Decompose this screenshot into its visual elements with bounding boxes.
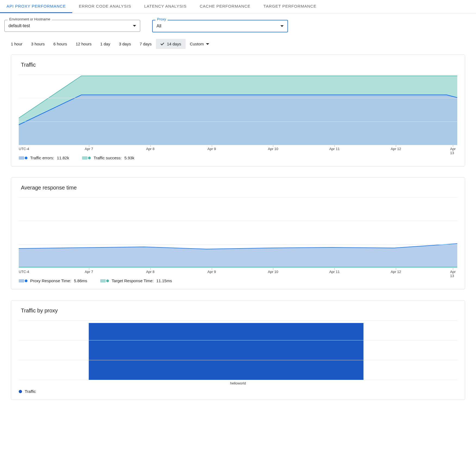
- x-tick: Apr 10: [268, 270, 278, 274]
- bar-x-label: helloworld: [11, 381, 465, 385]
- x-tick: Apr 11: [329, 270, 340, 274]
- legend-swatch-icon: [82, 156, 91, 160]
- x-tick: Apr 9: [208, 147, 216, 151]
- traffic-chart: [19, 74, 457, 145]
- response-card-title: Average response time: [11, 185, 465, 197]
- env-select-wrap: Environment or Hostname default-test: [4, 20, 140, 32]
- legend-swatch-icon: [100, 279, 109, 282]
- x-tick: Apr 7: [85, 270, 93, 274]
- x-tick: Apr 10: [268, 147, 278, 151]
- proxy-select[interactable]: All: [152, 20, 288, 32]
- x-tick: Apr 7: [85, 147, 93, 151]
- check-icon: [160, 42, 165, 46]
- legend-traffic[interactable]: Traffic: [19, 389, 36, 394]
- tabs-container: API PROXY PERFORMANCE ERROR CODE ANALYSI…: [0, 0, 476, 13]
- x-tick: Apr 9: [208, 270, 216, 274]
- bar-card-title: Traffic by proxy: [11, 308, 465, 320]
- traffic-card-title: Traffic: [11, 62, 465, 74]
- legend-target-response[interactable]: Target Response Time: 11.15ms: [100, 278, 172, 283]
- bar-card: Traffic by proxy helloworld Traffic: [11, 300, 465, 400]
- tab-cache-performance[interactable]: CACHE PERFORMANCE: [193, 0, 257, 13]
- chevron-down-icon: [133, 25, 136, 27]
- response-legend: Proxy Response Time: 5.86ms Target Respo…: [11, 275, 465, 284]
- bar-legend: Traffic: [11, 385, 465, 395]
- proxy-select-value: All: [156, 24, 161, 29]
- legend-label: Proxy Response Time:: [30, 278, 71, 283]
- time-range-3days[interactable]: 3 days: [115, 39, 135, 49]
- traffic-legend: Traffic errors: 11.82k Traffic success: …: [11, 152, 465, 161]
- chevron-down-icon: [280, 25, 284, 27]
- env-select[interactable]: default-test: [4, 20, 140, 32]
- traffic-card: Traffic UTC-4 Apr 7 Apr 8 Apr 9 Apr 10 A…: [11, 54, 465, 166]
- x-tick: Apr 13: [450, 147, 456, 155]
- bar-chart: [19, 320, 457, 380]
- legend-label: Target Response Time:: [112, 278, 154, 283]
- traffic-x-axis: UTC-4 Apr 7 Apr 8 Apr 9 Apr 10 Apr 11 Ap…: [19, 145, 457, 152]
- time-range-1day[interactable]: 1 day: [96, 39, 115, 49]
- env-select-label: Environment or Hostname: [8, 17, 52, 21]
- tab-api-proxy-performance[interactable]: API PROXY PERFORMANCE: [0, 0, 72, 13]
- filters-row: Environment or Hostname default-test Pro…: [0, 13, 476, 37]
- time-range-custom[interactable]: Custom: [186, 39, 214, 49]
- legend-swatch-icon: [19, 279, 27, 282]
- legend-traffic-success[interactable]: Traffic success: 5.93k: [82, 156, 134, 160]
- x-tick: Apr 13: [450, 270, 456, 278]
- legend-label: Traffic success:: [93, 156, 121, 160]
- env-select-value: default-test: [8, 23, 30, 28]
- bar-gridlines: [19, 320, 457, 380]
- legend-traffic-errors[interactable]: Traffic errors: 11.82k: [19, 156, 69, 160]
- time-range-12hours[interactable]: 12 hours: [71, 39, 96, 49]
- tab-error-code-analysis[interactable]: ERROR CODE ANALYSIS: [72, 0, 137, 13]
- proxy-select-label: Proxy: [155, 17, 168, 21]
- response-gridlines: [19, 197, 457, 268]
- x-tick: Apr 8: [146, 147, 155, 151]
- time-range-6hours[interactable]: 6 hours: [49, 39, 71, 49]
- x-tick: Apr 11: [329, 147, 340, 151]
- response-tz: UTC-4: [19, 270, 29, 274]
- x-tick: Apr 12: [391, 147, 401, 151]
- legend-value: 11.15ms: [156, 278, 172, 283]
- response-chart: [19, 197, 457, 268]
- tab-latency-analysis[interactable]: LATENCY ANALYSIS: [138, 0, 193, 13]
- time-range-14days[interactable]: 14 days: [156, 39, 186, 49]
- time-range-1hour[interactable]: 1 hour: [7, 39, 27, 49]
- legend-proxy-response[interactable]: Proxy Response Time: 5.86ms: [19, 278, 87, 283]
- legend-swatch-icon: [19, 156, 27, 160]
- proxy-select-wrap: Proxy All: [152, 20, 288, 32]
- response-card: Average response time UTC-4 Apr 7 Apr 8 …: [11, 177, 465, 289]
- legend-dot-icon: [19, 390, 22, 393]
- time-range-custom-label: Custom: [190, 42, 204, 46]
- time-range-14days-label: 14 days: [167, 42, 181, 46]
- chevron-down-icon: [206, 43, 209, 45]
- legend-value: 11.82k: [57, 156, 69, 160]
- traffic-tz: UTC-4: [19, 147, 29, 151]
- traffic-gridlines: [19, 74, 457, 145]
- time-range-row: 1 hour 3 hours 6 hours 12 hours 1 day 3 …: [0, 37, 476, 54]
- x-tick: Apr 8: [146, 270, 155, 274]
- x-tick: Apr 12: [391, 270, 401, 274]
- legend-value: 5.93k: [124, 156, 134, 160]
- tab-target-performance[interactable]: TARGET PERFORMANCE: [257, 0, 323, 13]
- response-x-axis: UTC-4 Apr 7 Apr 8 Apr 9 Apr 10 Apr 11 Ap…: [19, 268, 457, 275]
- legend-label: Traffic: [25, 389, 36, 394]
- legend-label: Traffic errors:: [30, 156, 54, 160]
- time-range-3hours[interactable]: 3 hours: [27, 39, 49, 49]
- legend-value: 5.86ms: [74, 278, 87, 283]
- time-range-7days[interactable]: 7 days: [135, 39, 156, 49]
